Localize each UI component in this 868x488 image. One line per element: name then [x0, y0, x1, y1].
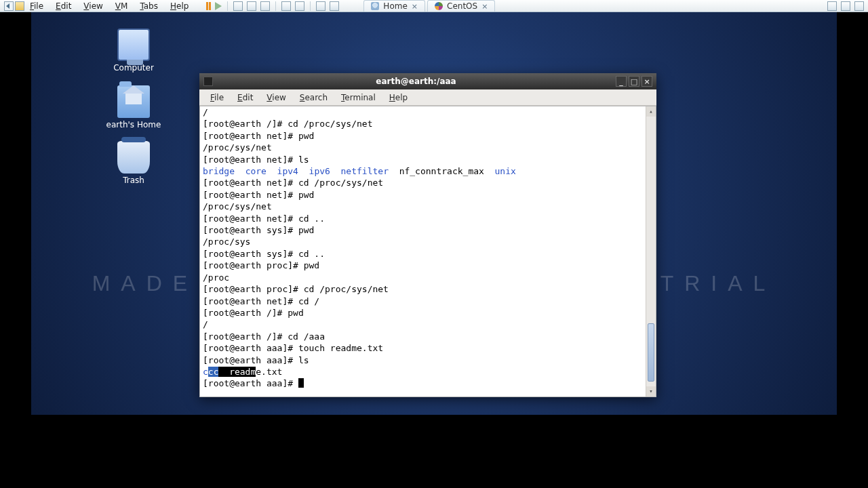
terminal-menubar: FileEditViewSearchTerminalHelp	[199, 89, 656, 106]
pause-icon[interactable]	[206, 2, 211, 10]
host-tab-centos[interactable]: CentOS×	[427, 0, 495, 12]
close-icon[interactable]: ×	[412, 2, 418, 11]
tile1-icon[interactable]	[316, 1, 326, 11]
scroll-up-icon[interactable]: ▴	[646, 106, 656, 117]
desktop-icon-computer[interactable]: Computer	[103, 28, 164, 73]
unity-icon[interactable]	[295, 1, 304, 11]
host-tab-label: CentOS	[447, 1, 477, 11]
scroll-thumb[interactable]	[648, 323, 654, 382]
desktop-icon-label: earth's Home	[103, 120, 164, 129]
host-menu-tabs[interactable]: Tabs	[134, 1, 163, 12]
scroll-down-icon[interactable]: ▾	[646, 386, 656, 396]
snapshot-icon[interactable]	[233, 1, 243, 11]
manage-icon[interactable]	[260, 1, 270, 11]
home-icon	[371, 2, 379, 10]
guest-desktop: TechSmith® MADE WITH CAMTASIA FREE TRIAL…	[31, 12, 837, 415]
window-min-button[interactable]: _	[616, 76, 627, 87]
terminal-menu-search[interactable]: Search	[293, 91, 334, 104]
terminal-menu-help[interactable]: Help	[382, 91, 414, 104]
fullscreen-icon[interactable]	[281, 1, 291, 11]
terminal-menu-view[interactable]: View	[260, 91, 292, 104]
nav-lib-icon[interactable]	[15, 1, 24, 11]
host-menu-edit[interactable]: Edit	[50, 1, 77, 12]
letterbox	[0, 415, 868, 488]
host-close-icon[interactable]	[854, 1, 864, 11]
terminal-window: earth@earth:/aaa _ □ × FileEditViewSearc…	[199, 73, 656, 397]
desktop-icon-trash[interactable]: Trash	[103, 141, 164, 185]
desktop-icon-home[interactable]: earth's Home	[103, 85, 164, 129]
desktop-icon-label: Trash	[103, 176, 164, 185]
tile2-icon[interactable]	[330, 1, 339, 11]
terminal-app-icon	[203, 77, 213, 86]
home-folder-icon	[117, 85, 150, 118]
host-menus: FileEditViewVMTabsHelp	[24, 1, 194, 12]
terminal-title: earth@earth:/aaa	[218, 77, 614, 86]
host-tab-home[interactable]: Home×	[363, 0, 425, 12]
host-menu-file[interactable]: File	[24, 1, 49, 12]
host-tabs: Home×CentOS×	[363, 0, 497, 12]
host-max-icon[interactable]	[841, 1, 850, 11]
play-icon[interactable]	[215, 2, 222, 10]
terminal-menu-terminal[interactable]: Terminal	[334, 91, 382, 104]
terminal-cursor	[298, 378, 304, 388]
terminal-body[interactable]: / [root@earth /]# cd /proc/sys/net [root…	[199, 106, 656, 397]
terminal-titlebar[interactable]: earth@earth:/aaa _ □ ×	[199, 73, 656, 89]
host-menu-help[interactable]: Help	[165, 1, 194, 12]
window-close-button[interactable]: ×	[642, 76, 652, 87]
revert-icon[interactable]	[247, 1, 256, 11]
host-tab-label: Home	[383, 1, 407, 11]
window-max-button[interactable]: □	[629, 76, 639, 87]
close-icon[interactable]: ×	[481, 2, 488, 11]
computer-icon	[117, 28, 150, 61]
nav-back-icon[interactable]	[4, 1, 14, 11]
terminal-menu-file[interactable]: File	[203, 91, 231, 104]
terminal-menu-edit[interactable]: Edit	[231, 91, 260, 104]
host-menu-vm[interactable]: VM	[110, 1, 134, 12]
vmware-host-bar: FileEditViewVMTabsHelp Home×CentOS×	[0, 0, 868, 12]
host-toolbar	[206, 1, 339, 11]
host-min-icon[interactable]	[827, 1, 837, 11]
centos-icon	[435, 2, 443, 10]
host-menu-view[interactable]: View	[78, 1, 108, 12]
terminal-scrollbar[interactable]: ▴ ▾	[646, 106, 656, 396]
terminal-content[interactable]: / [root@earth /]# cd /proc/sys/net [root…	[203, 106, 645, 396]
trash-icon	[117, 141, 150, 174]
